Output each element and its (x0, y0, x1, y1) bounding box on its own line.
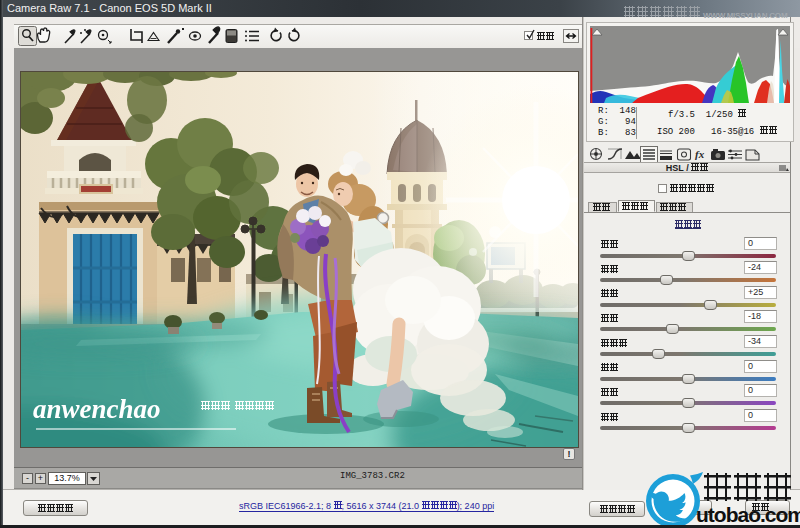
svg-text:anwenchao: anwenchao (33, 394, 161, 424)
svg-text:fx: fx (695, 148, 705, 160)
